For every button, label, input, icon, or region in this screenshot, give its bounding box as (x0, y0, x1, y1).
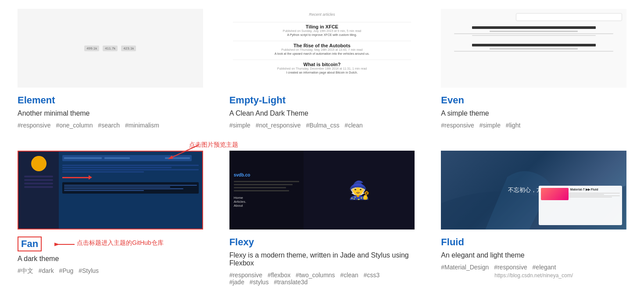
theme-card-fluid: 不忘初心，方得始终 Material-T ▶▶ Fluid Fluid An e… (441, 142, 626, 286)
flexy-desc2 (234, 184, 293, 185)
fan-title-row: Fan 点击标题进入主题的GitHub仓库 (18, 237, 203, 255)
fan-code-l4 (64, 190, 144, 191)
el-post1-meta: Published on Sunday, July 19th 2015 at 9… (233, 29, 411, 32)
theme-card-even: Even A simple theme #responsive #simple … (441, 0, 626, 142)
fan-topbar-item2 (104, 157, 129, 159)
theme-desc-fan: A dark theme (18, 255, 203, 263)
annotation-title-text: 点击标题进入主题的GitHub仓库 (77, 239, 164, 247)
tag-two-col: #two_columns (296, 272, 335, 279)
el-divider1 (233, 22, 411, 22)
tag-search: #search (98, 122, 120, 129)
theme-title-fluid[interactable]: Fluid (441, 237, 464, 248)
theme-card-element: 499.1k 411.7k 423.1k Element Another min… (18, 0, 203, 142)
flexy-link-articles: Articles. (234, 200, 299, 204)
even-line1 (472, 26, 596, 29)
fan-nav3 (24, 183, 53, 184)
theme-preview-element[interactable]: 499.1k 411.7k 423.1k (18, 9, 203, 88)
tag-translate3d: #translate3d (274, 279, 308, 286)
tag-chinese: #中文 (18, 267, 33, 274)
tag-stylus2: #stylus (250, 279, 269, 286)
theme-tags-fan: #中文 #dark #Pug #Stylus (18, 267, 203, 275)
flexy-links: Home Articles. About (234, 196, 299, 208)
even-line2 (490, 31, 578, 32)
theme-desc-even: A simple theme (441, 109, 626, 117)
flexy-left-panel: svdb.co Home Articles. About (229, 151, 304, 230)
tag-dark: #dark (39, 267, 54, 274)
fan-topbar (62, 155, 192, 161)
annotation-title-arrow (54, 240, 75, 249)
tag-jade: #jade (229, 279, 244, 286)
fan-code (62, 182, 199, 194)
tag-pug: #Pug (59, 267, 74, 274)
even-line4 (472, 35, 596, 36)
theme-desc-fluid: An elegant and light theme (441, 251, 626, 259)
fan-cl1 (62, 165, 199, 166)
theme-preview-flexy[interactable]: svdb.co Home Articles. About 🧙 (229, 151, 415, 230)
el-post2-meta: Published on Thursday, May 28th 2015 at … (233, 48, 411, 51)
fan-topbar-item1 (64, 157, 102, 159)
fan-arrow (62, 175, 199, 180)
el-divider3 (233, 60, 411, 60)
theme-preview-fluid[interactable]: 不忘初心，方得始终 Material-T ▶▶ Fluid (441, 151, 626, 230)
fan-arrow-head (89, 175, 92, 180)
theme-title-even[interactable]: Even (441, 95, 464, 106)
theme-tags-even: #responsive #simple #light (441, 122, 626, 129)
even-search-bar (516, 13, 622, 21)
el-divider2 (233, 41, 411, 41)
el-post1-desc: A Python script to improve XFCE with cus… (233, 33, 411, 36)
tag-responsive4: #responsive (494, 264, 527, 271)
bar1: 499.1k (84, 46, 99, 51)
theme-preview-empty-light[interactable]: Recent articles Tiling in XFCE Published… (229, 9, 415, 88)
tag-stylus: #Stylus (79, 267, 99, 274)
tag-bulma: #Bulma_css (306, 122, 339, 129)
fan-avatar (31, 156, 47, 171)
tag-simple2: #simple (479, 122, 501, 129)
tag-flexbox: #flexbox (268, 272, 290, 279)
fluid-card: Material-T ▶▶ Fluid (539, 186, 622, 225)
flexy-site-name: svdb.co (234, 173, 299, 177)
fan-cl4 (62, 171, 144, 173)
flexy-character: 🧙 (348, 180, 370, 201)
tag-responsive: #responsive (18, 122, 51, 129)
fan-cl2 (62, 167, 171, 168)
theme-desc-flexy: Flexy is a modern theme, written in Jade… (229, 251, 415, 267)
bar2: 411.7k (103, 46, 118, 51)
fan-code-l3 (64, 188, 183, 189)
even-line6 (490, 48, 578, 49)
tag-light: #light (506, 122, 520, 129)
bottom-row: 点击图片预览主题 Fan (18, 142, 626, 286)
tag-responsive3: #responsive (229, 272, 263, 279)
tag-css3: #css3 (364, 272, 380, 279)
theme-title-flexy[interactable]: Flexy (229, 237, 254, 248)
el-post1-title: Tiling in XFCE (233, 24, 411, 29)
theme-card-empty-light: Recent articles Tiling in XFCE Published… (229, 0, 415, 142)
fan-cl3 (62, 169, 199, 170)
fan-code-l2 (64, 187, 170, 187)
flexy-right-panel: 🧙 (304, 151, 415, 230)
fan-nav4 (24, 186, 53, 188)
even-spacer (445, 37, 622, 42)
flexy-desc4 (234, 190, 290, 191)
bar3: 423.1k (121, 46, 136, 51)
el-recent: Recent articles (233, 12, 411, 17)
fan-topbar-item3 (165, 157, 190, 159)
element-bars: 499.1k 411.7k 423.1k (22, 13, 199, 83)
theme-preview-fan[interactable] (18, 151, 203, 230)
theme-preview-even[interactable] (441, 9, 626, 88)
theme-title-empty-light[interactable]: Empty-Light (229, 95, 286, 106)
fan-sidebar (18, 152, 59, 229)
tag-responsive2: #responsive (441, 122, 474, 129)
flexy-link-about: About (234, 204, 299, 208)
theme-title-fan[interactable]: Fan (18, 237, 42, 251)
even-line5 (472, 44, 596, 46)
tag-material: #Material_Design (441, 264, 489, 271)
fan-content-main (62, 164, 199, 194)
flexy-desc1 (234, 181, 299, 182)
tag-simple: #simple (229, 122, 250, 129)
fan-content-row (62, 164, 199, 194)
el-header: Recent articles (233, 12, 411, 17)
el-post2-desc: A look at the upward march of automation… (233, 52, 411, 55)
theme-tags-fluid: #Material_Design #responsive #elegant (441, 264, 626, 271)
tag-elegant: #elegant (533, 264, 556, 271)
theme-title-element[interactable]: Element (18, 95, 55, 106)
